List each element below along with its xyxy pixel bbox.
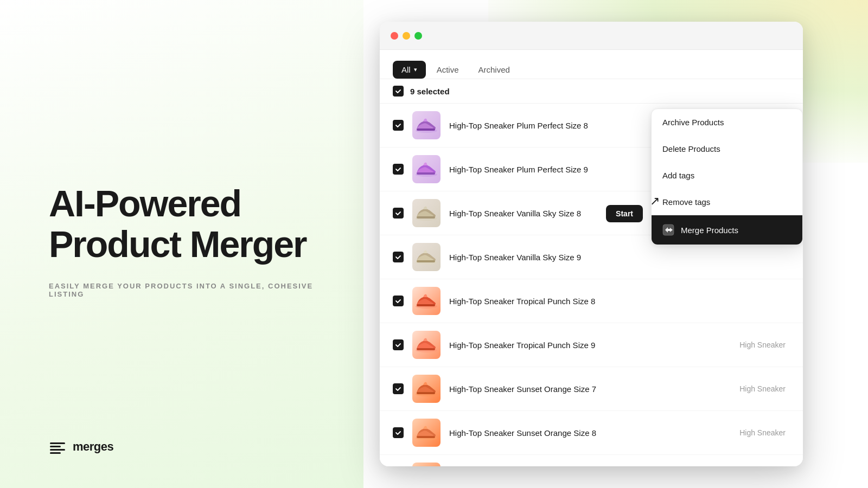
svg-rect-2 (50, 449, 65, 451)
list-item[interactable]: High-Top Sneaker Sunset Orange Size 7 Hi… (380, 367, 803, 411)
left-panel: AI-Powered Product Merger EASILY MERGE Y… (0, 0, 363, 488)
row-checkbox[interactable] (393, 120, 404, 131)
svg-rect-15 (417, 348, 435, 350)
product-image (412, 199, 441, 227)
menu-item-add-tags[interactable]: Add tags (652, 162, 802, 189)
list-item[interactable]: High-Top Sneaker Sunset Orange Size 9 Hi… (380, 455, 803, 466)
svg-rect-9 (417, 216, 435, 219)
tab-all[interactable]: All ▾ (393, 61, 426, 79)
menu-item-delete[interactable]: Delete Products (652, 136, 802, 162)
logo-icon (49, 438, 66, 455)
product-type: High Sneaker (739, 384, 786, 393)
product-name: High-Top Sneaker Tropical Punch Size 9 (449, 341, 731, 350)
svg-rect-1 (50, 446, 61, 447)
tab-active[interactable]: Active (428, 61, 468, 79)
logo-text: merges (73, 440, 113, 454)
svg-rect-5 (417, 129, 435, 131)
row-checkbox[interactable] (393, 164, 404, 175)
tab-archived[interactable]: Archived (470, 61, 519, 79)
product-name: High-Top Sneaker Vanilla Sky Size 9 (449, 253, 777, 262)
window-close-button[interactable] (391, 32, 398, 40)
product-type: High Sneaker (739, 341, 786, 349)
right-panel: All ▾ Active Archived 9 selected (363, 0, 868, 488)
svg-rect-19 (417, 436, 435, 438)
product-image (412, 331, 441, 359)
title-bar (380, 22, 803, 50)
hero-title: AI-Powered Product Merger (49, 183, 331, 265)
product-image (412, 155, 441, 183)
row-checkbox[interactable] (393, 339, 404, 350)
menu-item-remove-tags[interactable]: Remove tags (652, 189, 802, 215)
product-name: High-Top Sneaker Sunset Orange Size 8 (449, 428, 731, 438)
row-checkbox[interactable] (393, 383, 404, 394)
product-image (412, 419, 441, 447)
svg-rect-13 (417, 304, 435, 306)
list-item[interactable]: High-Top Sneaker Tropical Punch Size 8 (380, 279, 803, 323)
row-checkbox[interactable] (393, 296, 404, 306)
menu-item-archive[interactable]: Archive Products (652, 109, 802, 136)
product-type: High Sneaker (739, 428, 786, 437)
merge-icon (662, 224, 674, 236)
product-name: High-Top Sneaker Tropical Punch Size 8 (449, 297, 777, 306)
product-name: High-Top Sneaker Sunset Orange Size 7 (449, 384, 731, 394)
hero-subtitle: EASILY MERGE YOUR PRODUCTS INTO A SINGLE… (49, 282, 331, 298)
list-item[interactable]: High-Top Sneaker Tropical Punch Size 9 H… (380, 323, 803, 367)
filter-bar: All ▾ Active Archived (380, 50, 803, 79)
svg-rect-17 (417, 392, 435, 394)
list-item[interactable]: High-Top Sneaker Sunset Orange Size 8 Hi… (380, 411, 803, 455)
product-image (412, 287, 441, 315)
product-image (412, 243, 441, 271)
svg-rect-7 (417, 172, 435, 175)
window-controls (391, 32, 422, 40)
svg-rect-11 (417, 260, 435, 262)
product-image (412, 375, 441, 403)
app-window: All ▾ Active Archived 9 selected (380, 22, 803, 466)
chevron-down-icon: ▾ (414, 66, 417, 73)
menu-item-merge-products[interactable]: Merge Products (652, 215, 802, 245)
selected-bar: 9 selected (380, 79, 803, 104)
row-checkbox[interactable] (393, 252, 404, 262)
hero-content: AI-Powered Product Merger EASILY MERGE Y… (49, 43, 331, 438)
logo-area: merges (49, 438, 331, 455)
selected-count: 9 selected (410, 87, 450, 96)
svg-rect-0 (50, 442, 65, 444)
product-image (412, 463, 441, 466)
window-maximize-button[interactable] (414, 32, 422, 40)
product-image (412, 111, 441, 139)
window-minimize-button[interactable] (403, 32, 410, 40)
svg-rect-3 (50, 452, 61, 454)
select-all-checkbox[interactable] (393, 86, 404, 97)
row-checkbox[interactable] (393, 427, 404, 438)
context-menu: Archive Products Delete Products Add tag… (651, 108, 803, 245)
row-checkbox[interactable] (393, 208, 404, 219)
